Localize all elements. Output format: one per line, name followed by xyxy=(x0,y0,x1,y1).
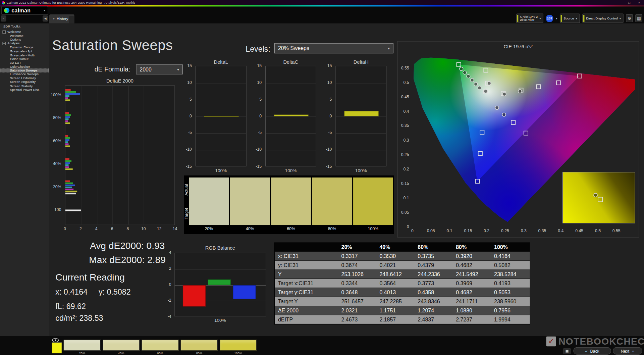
gridline xyxy=(336,133,386,134)
table-cell: 0.4164 xyxy=(492,252,531,261)
table-corner-cell xyxy=(275,243,339,252)
cie-measured-point xyxy=(495,106,499,110)
gridline xyxy=(336,83,386,83)
accent-bar xyxy=(517,15,518,22)
sidebar-item-label: Saturation Sweeps xyxy=(10,69,37,72)
sidebar-item-label: 3D LUT xyxy=(10,61,21,65)
deltae-bar xyxy=(65,162,70,164)
formula-select[interactable]: 2000 ▾ xyxy=(136,64,183,74)
y-tick-label: -10 xyxy=(322,147,332,152)
table-cell: 1.2074 xyxy=(416,306,454,315)
calman-menu-button[interactable]: calman ▾ xyxy=(1,6,48,15)
bottom-swatch-40[interactable] xyxy=(103,340,140,351)
sidebar-tree: −WelcomeWelcomeOptions−AnalysisDynamic R… xyxy=(0,29,49,92)
patch-swatch-label: 100% xyxy=(353,226,393,231)
cie-measured-point xyxy=(474,82,478,86)
meter-count-badge[interactable]: 237 xyxy=(546,14,553,22)
deltae-bar xyxy=(65,209,81,211)
x-tick-label: 0.5 xyxy=(592,229,603,233)
sidebar-item-welcome[interactable]: −Welcome xyxy=(0,30,49,34)
sidebar-item-3d-lut[interactable]: 3D LUT xyxy=(0,61,49,64)
sidebar-item-screen-stability[interactable]: Screen Stability xyxy=(0,84,49,88)
sidebar-item-options[interactable]: Options xyxy=(0,38,49,41)
x-tick-label: 0.55 xyxy=(611,229,622,233)
eye-preview-button[interactable] xyxy=(52,337,59,342)
sidebar-item-saturation-sweeps[interactable]: Saturation Sweeps xyxy=(0,68,49,72)
layout-grid-button[interactable]: ▣ xyxy=(564,348,571,354)
sidebar-item-screen-angularity[interactable]: Screen Angularity xyxy=(0,80,49,84)
cie-measured-point xyxy=(502,113,506,116)
x-tick-label: 0.1 xyxy=(444,229,455,233)
table-cell: 0.3648 xyxy=(340,288,378,297)
y-tick-label: -5 xyxy=(251,131,262,136)
deltae-bar xyxy=(65,89,71,91)
maximize-button[interactable]: □ xyxy=(624,0,634,5)
gridline xyxy=(336,116,386,117)
table-cell: 2.1857 xyxy=(378,315,416,324)
sidebar-item-screen-uniformity[interactable]: Screen Uniformity xyxy=(0,76,49,80)
bottom-swatch-80[interactable] xyxy=(181,340,218,351)
y-tick-label: 0 xyxy=(322,114,332,119)
deltae-bar xyxy=(65,139,69,141)
cie-measured-point xyxy=(518,90,522,93)
table-cell: 0.3773 xyxy=(416,279,454,288)
sidebar-item-grayscale-2pt[interactable]: Grayscale - 2pt xyxy=(0,49,49,53)
bottom-swatch-20[interactable] xyxy=(64,340,101,351)
sidebar-menu-button[interactable]: ≡ xyxy=(1,16,6,21)
y-tick-label: 100% xyxy=(50,93,61,98)
sidebar-item-analysis[interactable]: −Analysis xyxy=(0,42,49,45)
sidebar: SDR Toolkit −WelcomeWelcomeOptions−Analy… xyxy=(0,23,49,336)
deltae-bar xyxy=(65,180,70,182)
y-tick-label: 0.35 xyxy=(397,123,409,128)
tree-expander-icon[interactable]: − xyxy=(2,42,6,45)
minimize-button[interactable]: – xyxy=(614,0,624,5)
source-button[interactable]: Source ▾ xyxy=(560,13,580,23)
workspace-layout-button[interactable]: ▦ xyxy=(635,14,642,22)
sidebar-item-colorchecker[interactable]: ColorChecker xyxy=(0,65,49,68)
gridline xyxy=(196,150,246,150)
meter-button[interactable]: X-Rite i1Pro 2 Direct View ▾ xyxy=(516,13,544,23)
sidebar-item-welcome[interactable]: Welcome xyxy=(0,34,49,38)
bottom-swatch-60[interactable] xyxy=(142,340,178,351)
filter-icon: ▼ xyxy=(53,18,55,20)
table-cell: 0.4358 xyxy=(416,288,454,297)
sidebar-item-dynamic-range[interactable]: Dynamic Range xyxy=(0,45,49,49)
table-row-label: x: CIE31 xyxy=(275,252,339,261)
cie-ylabels: 00.050.10.150.20.250.30.350.40.450.50.55 xyxy=(397,54,411,227)
sidebar-item-label: Options xyxy=(10,38,21,42)
y-tick-label: 5 xyxy=(181,97,192,102)
display-control-button[interactable]: Direct Display Control ▾ xyxy=(582,13,624,23)
sidebar-item-spectral-power-dist[interactable]: Spectral Power Dist. xyxy=(0,88,49,92)
bottom-swatch-100[interactable] xyxy=(220,340,257,351)
sidebar-item-label: Analysis xyxy=(7,42,19,45)
next-button[interactable]: Next » xyxy=(613,347,642,355)
y-tick-label: 0.1 xyxy=(397,196,409,200)
delta-ylabels-1: 151050-5-10-15 xyxy=(251,66,264,166)
sidebar-collapse-button[interactable]: ◀ xyxy=(43,16,48,21)
table-row: 20%40%60%80%100% xyxy=(275,243,530,252)
x-tick-label: 0.2 xyxy=(481,229,492,233)
cie-diagram xyxy=(412,54,635,227)
settings-gear-button[interactable]: ⚙ xyxy=(626,14,633,22)
table-row: Target y:CIE310.36480.40130.43580.46820.… xyxy=(275,288,530,297)
cie-chart-title: CIE 1976 u'v' xyxy=(397,44,639,50)
tab-stub[interactable] xyxy=(69,16,74,23)
notebookcheck-logo-icon: ✓ xyxy=(546,337,556,346)
sidebar-item-label: ColorChecker xyxy=(10,65,30,68)
levels-select[interactable]: 20% Sweeps ▾ xyxy=(274,43,393,54)
sidebar-item-color-gamut[interactable]: Color Gamut xyxy=(0,57,49,61)
back-button[interactable]: « Back xyxy=(573,347,611,355)
x-tick-label: 2 xyxy=(76,226,86,231)
gridline xyxy=(196,83,246,83)
deltae-bar xyxy=(65,193,76,194)
chevron-down-icon[interactable]: ▾ xyxy=(556,16,557,20)
close-button[interactable]: × xyxy=(634,0,644,5)
sidebar-item-luminance-sweeps[interactable]: Luminance Sweeps xyxy=(0,72,49,76)
cie-measured-point xyxy=(470,78,474,82)
y-tick-label: -15 xyxy=(322,164,332,169)
deltae-bar xyxy=(65,188,74,190)
tree-expander-icon[interactable]: − xyxy=(2,30,6,34)
deltae-bar xyxy=(65,158,69,160)
cie-chart-panel: CIE 1976 u'v' 00.050.10.150.20.250.30.35… xyxy=(397,41,639,237)
sidebar-item-grayscale-multi[interactable]: Grayscale - Multi xyxy=(0,53,49,57)
